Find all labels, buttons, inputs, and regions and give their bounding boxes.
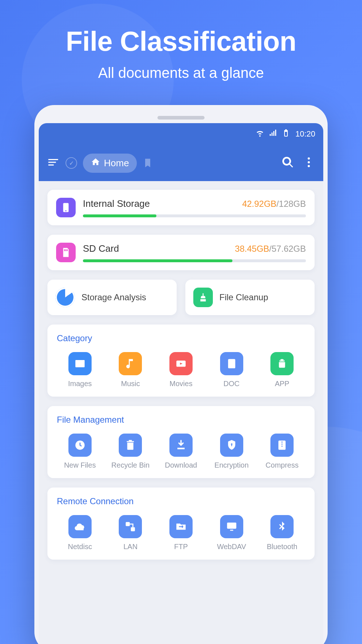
app-label: APP — [275, 380, 289, 388]
svg-point-2 — [308, 165, 310, 167]
internal-storage-label: Internal Storage — [83, 198, 150, 209]
sd-card-size: 38.45GB/57.62GB — [235, 244, 306, 254]
more-icon[interactable] — [302, 156, 315, 170]
lan-tile[interactable]: LAN — [105, 515, 156, 551]
new-files-label: New Files — [64, 461, 96, 469]
image-icon — [68, 352, 92, 375]
cloud-icon — [68, 515, 92, 538]
signal-icon — [269, 129, 277, 139]
ftp-tile[interactable]: FTP — [156, 515, 206, 551]
file-cleanup-button[interactable]: File Cleanup — [185, 280, 315, 315]
doc-tile[interactable]: DOC — [206, 352, 257, 388]
wifi-icon — [256, 129, 264, 139]
svg-point-14 — [280, 360, 281, 361]
compress-label: Compress — [266, 461, 299, 469]
category-title: Category — [55, 333, 307, 343]
doc-icon — [220, 352, 243, 375]
bluetooth-tile[interactable]: Bluetooth — [257, 515, 307, 551]
movies-tile[interactable]: Movies — [156, 352, 206, 388]
remote-connection-title: Remote Connection — [55, 496, 307, 506]
phone-storage-icon — [56, 198, 76, 217]
music-icon — [119, 352, 142, 375]
music-label: Music — [121, 380, 140, 388]
download-tile[interactable]: Download — [156, 434, 206, 469]
monitor-icon — [220, 515, 243, 538]
doc-label: DOC — [223, 380, 239, 388]
webdav-tile[interactable]: WebDAV — [206, 515, 257, 551]
file-management-section: File Management New FilesRecycle BinDown… — [47, 406, 315, 478]
recycle-bin-tile[interactable]: Recycle Bin — [105, 434, 156, 469]
sd-card-card[interactable]: SD Card 38.45GB/57.62GB — [47, 235, 315, 270]
home-icon — [91, 157, 100, 169]
sd-card-icon — [56, 243, 76, 262]
internal-storage-size: 42.92GB/128GB — [242, 199, 306, 209]
images-tile[interactable]: Images — [55, 352, 105, 388]
svg-point-0 — [308, 158, 310, 160]
sd-card-label: SD Card — [83, 243, 119, 254]
tools-row: Storage Analysis File Cleanup — [47, 280, 315, 315]
file-management-title: File Management — [55, 415, 307, 425]
archive-icon — [270, 434, 294, 457]
bluetooth-icon — [270, 515, 294, 538]
new-files-tile[interactable]: New Files — [55, 434, 105, 469]
screen: 10:20 Home — [39, 123, 323, 644]
home-tab-label: Home — [104, 158, 129, 169]
remote-connection-section: Remote Connection NetdiscLANFTPWebDAVBlu… — [47, 488, 315, 560]
recycle-bin-label: Recycle Bin — [111, 461, 150, 469]
bookmark-icon[interactable] — [143, 158, 153, 168]
svg-rect-11 — [230, 361, 233, 362]
images-label: Images — [68, 380, 92, 388]
menu-icon[interactable] — [47, 156, 60, 170]
encryption-label: Encryption — [214, 461, 249, 469]
video-icon — [169, 352, 193, 375]
status-time: 10:20 — [295, 129, 315, 139]
storage-analysis-button[interactable]: Storage Analysis — [47, 280, 177, 315]
shield-icon — [220, 434, 243, 457]
svg-point-4 — [65, 210, 66, 211]
music-tile[interactable]: Music — [105, 352, 156, 388]
netdisc-label: Netdisc — [68, 543, 92, 551]
svg-rect-21 — [131, 527, 135, 531]
lan-icon — [119, 515, 142, 538]
home-tab[interactable]: Home — [83, 154, 137, 173]
lan-label: LAN — [123, 543, 138, 551]
internal-storage-card[interactable]: Internal Storage 42.92GB/128GB — [47, 190, 315, 225]
bluetooth-label: Bluetooth — [267, 543, 298, 551]
encryption-tile[interactable]: Encryption — [206, 434, 257, 469]
webdav-label: WebDAV — [217, 543, 246, 551]
select-mode-icon[interactable] — [66, 157, 77, 169]
sd-card-bar — [83, 259, 306, 262]
search-icon[interactable] — [281, 156, 294, 170]
phone-frame: 10:20 Home — [34, 105, 328, 644]
svg-rect-22 — [227, 523, 236, 529]
svg-rect-18 — [231, 445, 232, 446]
internal-storage-bar — [83, 214, 306, 217]
svg-rect-6 — [66, 249, 67, 251]
svg-point-8 — [77, 361, 79, 363]
app-bar: Home — [39, 145, 323, 181]
category-section: Category ImagesMusicMoviesDOCAPP — [47, 325, 315, 397]
app-tile[interactable]: APP — [257, 352, 307, 388]
speaker — [157, 116, 205, 120]
broom-icon — [193, 288, 213, 307]
svg-point-1 — [308, 161, 310, 163]
svg-rect-7 — [67, 249, 68, 251]
compress-tile[interactable]: Compress — [257, 434, 307, 469]
clock-icon — [68, 434, 92, 457]
svg-rect-5 — [64, 249, 65, 251]
status-bar: 10:20 — [39, 123, 323, 145]
movies-label: Movies — [169, 380, 192, 388]
ftp-label: FTP — [174, 543, 188, 551]
folder-swap-icon — [169, 515, 193, 538]
svg-rect-13 — [230, 365, 232, 366]
download-label: Download — [165, 461, 197, 469]
file-cleanup-label: File Cleanup — [219, 292, 268, 302]
svg-rect-12 — [230, 363, 233, 364]
netdisc-tile[interactable]: Netdisc — [55, 515, 105, 551]
android-icon — [270, 352, 294, 375]
battery-icon — [282, 129, 290, 139]
pie-chart-icon — [55, 288, 75, 307]
download-icon — [169, 434, 193, 457]
trash-icon — [119, 434, 142, 457]
svg-rect-20 — [126, 522, 130, 526]
